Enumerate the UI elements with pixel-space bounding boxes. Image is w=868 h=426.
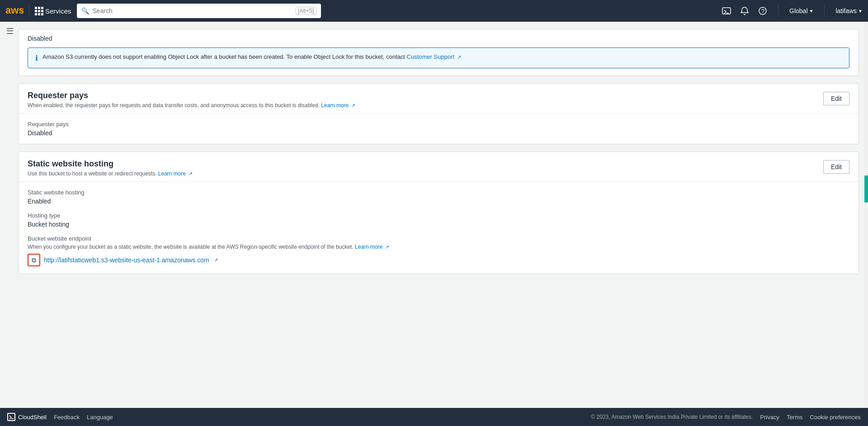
main-content: Disabled ℹ Amazon S3 currently does not … bbox=[0, 22, 868, 408]
endpoint-learn-more-link[interactable]: Learn more ↗ bbox=[355, 244, 389, 250]
hosting-type-value: Bucket hosting bbox=[28, 221, 849, 228]
static-website-hosting-header-text: Static website hosting Use this bucket t… bbox=[28, 159, 193, 177]
region-caret-icon: ▼ bbox=[809, 9, 814, 14]
endpoint-learn-more-icon: ↗ bbox=[385, 244, 389, 250]
region-label: Global bbox=[789, 7, 807, 14]
static-website-learn-more-icon: ↗ bbox=[189, 171, 193, 176]
object-lock-section: Disabled ℹ Amazon S3 currently does not … bbox=[18, 29, 859, 76]
scrollbar-thumb bbox=[864, 175, 868, 203]
nav-region-selector[interactable]: Global ▼ bbox=[789, 7, 813, 14]
nav-right-area: ? Global ▼ latifaws ▼ bbox=[722, 5, 863, 17]
search-bar[interactable]: 🔍 [Alt+S] bbox=[77, 4, 321, 18]
endpoint-label: Bucket website endpoint bbox=[28, 235, 849, 242]
nav-divider-2 bbox=[778, 5, 778, 17]
help-icon[interactable]: ? bbox=[758, 6, 767, 15]
requester-pays-body: Requester pays Disabled bbox=[19, 114, 859, 144]
search-icon: 🔍 bbox=[81, 7, 89, 14]
static-website-hosting-description: Use this bucket to host a website or red… bbox=[28, 170, 193, 177]
services-label: Services bbox=[45, 7, 71, 15]
nav-user-menu[interactable]: latifaws ▼ bbox=[835, 7, 863, 14]
customer-support-link[interactable]: Customer Support ↗ bbox=[407, 53, 461, 60]
svg-text:?: ? bbox=[761, 8, 764, 14]
requester-pays-learn-more-icon: ↗ bbox=[351, 103, 355, 108]
requester-pays-title: Requester pays bbox=[28, 91, 355, 100]
copy-icon: ⧉ bbox=[32, 256, 36, 264]
nav-divider-3 bbox=[824, 5, 825, 17]
info-banner-text: Amazon S3 currently does not support ena… bbox=[42, 53, 461, 60]
search-shortcut: [Alt+S] bbox=[296, 7, 316, 15]
disabled-field-value: Disabled bbox=[19, 29, 859, 47]
requester-pays-field-value: Disabled bbox=[28, 129, 849, 137]
requester-pays-header: Requester pays When enabled, the request… bbox=[19, 84, 859, 114]
info-banner: ℹ Amazon S3 currently does not support e… bbox=[28, 47, 849, 68]
user-caret-icon: ▼ bbox=[858, 9, 863, 14]
endpoint-ext-icon: ↗ bbox=[214, 257, 218, 263]
requester-pays-section: Requester pays When enabled, the request… bbox=[18, 83, 859, 144]
copy-endpoint-button[interactable]: ⧉ bbox=[28, 254, 40, 266]
requester-pays-description: When enabled, the requester pays for req… bbox=[28, 102, 355, 109]
customer-support-ext-icon: ↗ bbox=[457, 54, 461, 60]
grid-icon bbox=[35, 7, 43, 15]
static-website-hosting-title: Static website hosting bbox=[28, 159, 193, 169]
aws-logo[interactable]: aws bbox=[5, 5, 24, 16]
nav-divider-1 bbox=[29, 5, 29, 17]
static-website-learn-more-link[interactable]: Learn more ↗ bbox=[158, 170, 193, 177]
aws-logo-svg: aws bbox=[5, 5, 24, 16]
requester-pays-edit-button[interactable]: Edit bbox=[823, 92, 849, 105]
hosting-status-value: Enabled bbox=[28, 198, 849, 205]
hosting-type-label: Hosting type bbox=[28, 212, 849, 219]
nav-services-menu[interactable]: Services bbox=[35, 7, 71, 15]
cloudshell-nav-icon[interactable] bbox=[722, 6, 731, 15]
scrollbar-indicator[interactable] bbox=[864, 22, 868, 408]
top-navigation: aws Services 🔍 [Alt+S] bbox=[0, 0, 868, 22]
static-website-hosting-body: Static website hosting Enabled Hosting t… bbox=[19, 182, 859, 274]
hosting-status-label: Static website hosting bbox=[28, 189, 849, 196]
requester-pays-field-label: Requester pays bbox=[28, 121, 849, 128]
sidebar-toggle[interactable]: ☰ bbox=[6, 26, 14, 36]
info-icon: ℹ bbox=[35, 54, 38, 62]
notifications-icon[interactable] bbox=[740, 6, 749, 15]
endpoint-row: ⧉ http://latifstaticweb1.s3-website-us-e… bbox=[28, 254, 849, 266]
svg-text:aws: aws bbox=[5, 5, 24, 16]
search-input[interactable] bbox=[93, 7, 292, 14]
requester-pays-header-text: Requester pays When enabled, the request… bbox=[28, 91, 355, 109]
user-label: latifaws bbox=[835, 7, 857, 14]
static-website-hosting-section: Static website hosting Use this bucket t… bbox=[18, 151, 859, 274]
static-website-edit-button[interactable]: Edit bbox=[823, 160, 849, 174]
endpoint-url-link[interactable]: http://latifstaticweb1.s3-website-us-eas… bbox=[44, 256, 209, 264]
static-website-hosting-header: Static website hosting Use this bucket t… bbox=[19, 152, 859, 182]
endpoint-description: When you configure your bucket as a stat… bbox=[28, 244, 849, 250]
requester-pays-learn-more-link[interactable]: Learn more ↗ bbox=[321, 102, 355, 109]
